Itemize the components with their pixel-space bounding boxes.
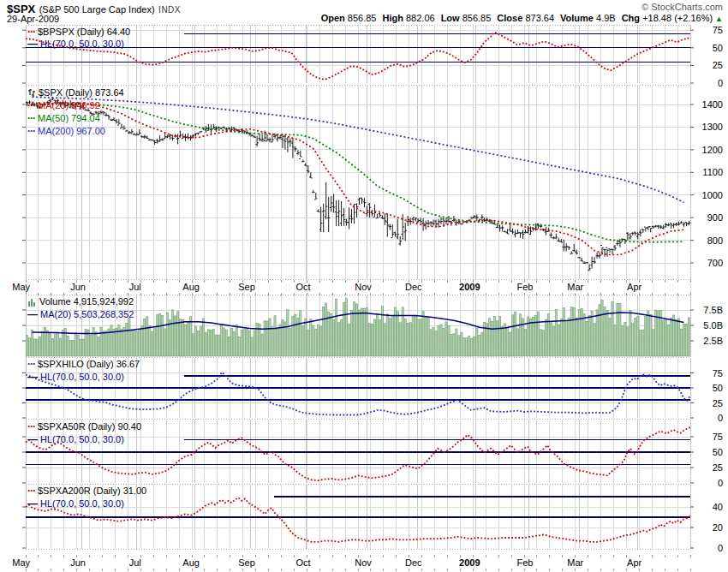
svg-text:Nov: Nov — [355, 282, 372, 292]
quote-label: Volume — [560, 13, 594, 23]
quote-value: 873.64 — [525, 13, 554, 23]
svg-text:25: 25 — [713, 398, 723, 408]
spxa200r-title: $SPXA200R (Daily) 31.00 — [38, 486, 146, 496]
volume-title: Volume 4,915,924,992 — [39, 296, 134, 307]
change-up-triangle-icon: ▲ — [715, 15, 723, 23]
volume-ma-label-row: —MA(20) 5,503,268,352 — [27, 309, 134, 319]
spxa50r-title: $SPXA50R (Daily) 90.40 — [38, 421, 141, 432]
quote-value: 4.9B — [596, 13, 616, 23]
svg-text:Jun: Jun — [70, 557, 86, 568]
svg-text:50: 50 — [713, 43, 723, 53]
svg-text:25: 25 — [713, 60, 723, 70]
svg-text:7.5B: 7.5B — [703, 305, 723, 315]
svg-text:50: 50 — [713, 383, 723, 393]
dotted-line-icon: ··· — [27, 27, 35, 36]
svg-text:40: 40 — [713, 502, 723, 512]
svg-text:Nov: Nov — [355, 557, 372, 568]
spx-ma20-label: MA(20) 846.92 — [38, 100, 100, 110]
dotted-line-icon: ··· — [27, 360, 35, 368]
quote-value: 856.85 — [462, 13, 492, 23]
svg-text:2.5B: 2.5B — [703, 336, 723, 346]
solid-line-icon: — — [27, 372, 38, 381]
quote-open: Open 856.85 — [321, 13, 377, 23]
svg-text:1300: 1300 — [702, 122, 723, 132]
spxa200r-title-row: ···$SPXA200R (Daily) 31.00 — [27, 486, 146, 496]
svg-text:1200: 1200 — [702, 145, 723, 155]
svg-text:May: May — [12, 282, 30, 292]
svg-text:800: 800 — [707, 235, 723, 246]
svg-text:Aug: Aug — [182, 557, 200, 568]
spxa200r-hl-legend: HL(70.0, 50.0, 30.0) — [40, 498, 124, 509]
solid-line-icon: — — [27, 310, 38, 319]
svg-text:Oct: Oct — [296, 557, 311, 568]
dotted-line-icon: ··· — [27, 101, 35, 110]
spxhilo-title-row: ···$SPXHILO (Daily) 36.67 — [27, 359, 140, 369]
svg-text:20: 20 — [713, 522, 723, 533]
svg-text:Jul: Jul — [129, 282, 141, 292]
quote-close: Close 873.64 — [497, 13, 554, 23]
svg-text:900: 900 — [707, 212, 723, 223]
svg-text:700: 700 — [707, 258, 723, 268]
spxhilo-hl-legend: HL(70.0, 50.0, 30.0) — [40, 372, 124, 382]
svg-text:0: 0 — [718, 413, 723, 423]
volume-bars-icon — [27, 297, 37, 307]
chart-date: 29-Apr-2009 — [7, 14, 59, 24]
exchange-label: INDX — [158, 5, 181, 15]
quote-label: Open — [321, 13, 345, 23]
spx-ma50-label-row: ···MA(50) 794.04 — [27, 113, 100, 123]
quote-label: High — [382, 13, 403, 23]
svg-text:5.0B: 5.0B — [703, 320, 723, 331]
svg-text:Aug: Aug — [182, 282, 200, 292]
svg-text:Apr: Apr — [627, 282, 641, 292]
dotted-line-icon: ··· — [27, 127, 35, 135]
svg-text:Jun: Jun — [70, 282, 86, 292]
spxa50r-title-row: ···$SPXA50R (Daily) 90.40 — [27, 421, 141, 432]
volume-ma-label: MA(20) 5,503,268,352 — [40, 309, 134, 319]
bpspx-title-row: ···$BPSPX (Daily) 64.40 — [27, 27, 130, 37]
spx-title-row: $SPX (Daily) 873.64 — [27, 87, 124, 98]
svg-text:Sep: Sep — [238, 282, 255, 292]
spxa50r-hl-legend-row: —HL(70.0, 50.0, 30.0) — [27, 434, 124, 444]
svg-text:1400: 1400 — [702, 99, 723, 110]
quote-value: 856.85 — [348, 13, 377, 23]
quote-label: Low — [441, 13, 460, 23]
spx-ma200-label: MA(200) 967.00 — [38, 126, 105, 136]
copyright: © StockCharts.com — [641, 2, 723, 12]
svg-text:Feb: Feb — [516, 282, 533, 292]
ohlc-bars-icon — [27, 88, 36, 98]
svg-text:Feb: Feb — [516, 557, 533, 568]
bpspx-hl-legend: HL(70.0, 50.0, 30.0) — [40, 39, 124, 49]
solid-line-icon: — — [27, 499, 38, 508]
quote-low: Low 856.85 — [441, 13, 492, 23]
svg-text:1000: 1000 — [702, 190, 723, 200]
svg-text:75: 75 — [713, 25, 723, 35]
quote-value: 882.06 — [406, 13, 435, 23]
svg-text:Dec: Dec — [405, 282, 422, 292]
quote-high: High 882.06 — [382, 13, 434, 23]
svg-text:0: 0 — [718, 78, 723, 88]
svg-text:Mar: Mar — [567, 282, 583, 292]
quote-chg: Chg +18.48 (+2.16%) — [622, 13, 713, 23]
svg-text:Dec: Dec — [405, 557, 422, 568]
svg-text:Sep: Sep — [238, 557, 255, 568]
spxa50r-hl-legend: HL(70.0, 50.0, 30.0) — [40, 434, 124, 444]
quote-label: Close — [497, 13, 522, 23]
spxhilo-hl-legend-row: —HL(70.0, 50.0, 30.0) — [27, 372, 124, 382]
svg-text:Oct: Oct — [296, 282, 311, 292]
svg-text:1100: 1100 — [702, 167, 723, 177]
svg-text:25: 25 — [713, 462, 723, 473]
solid-line-icon: — — [27, 435, 38, 444]
svg-text:2009: 2009 — [459, 282, 480, 292]
svg-text:Jul: Jul — [129, 557, 141, 568]
svg-text:75: 75 — [713, 368, 723, 378]
quote-label: Chg — [622, 13, 640, 23]
dotted-line-icon: ··· — [27, 114, 35, 122]
quote-summary: Open 856.85High 882.06Low 856.85Close 87… — [315, 13, 723, 23]
spx-ma200-label-row: ···MA(200) 967.00 — [27, 126, 105, 136]
spx-title: $SPX (Daily) 873.64 — [39, 87, 124, 98]
quote-volume: Volume 4.9B — [560, 13, 616, 23]
stockcharts-chart: 7550250140013001200110010009008007007.5B… — [0, 0, 728, 572]
grid-vertical-month — [26, 25, 637, 549]
volume-title-row: Volume 4,915,924,992 — [27, 296, 134, 307]
spxhilo-title: $SPXHILO (Daily) 36.67 — [38, 359, 140, 369]
